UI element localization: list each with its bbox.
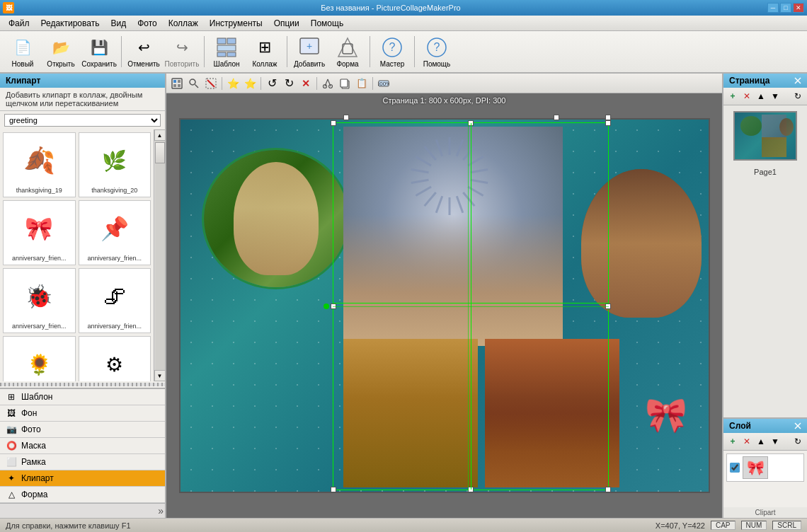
scroll-up-arrow[interactable]: ▲ (154, 129, 166, 141)
status-coords: X=407, Y=422 (656, 521, 705, 530)
svg-point-18 (190, 79, 195, 85)
pages-move-up-btn[interactable]: ▲ (755, 90, 767, 103)
collage-canvas[interactable]: 🎀 (179, 118, 710, 493)
zoom-in-canvas-button[interactable]: 100% (376, 76, 391, 91)
pages-delete-btn[interactable]: ✕ (740, 90, 753, 103)
pages-move-down-btn[interactable]: ▼ (769, 90, 782, 103)
nav-tab-shape[interactable]: △ Форма (0, 487, 165, 503)
layer-add-btn[interactable]: + (726, 435, 739, 448)
page-thumbnail[interactable] (733, 111, 797, 161)
help-button[interactable]: ? Помощь (418, 33, 455, 71)
menu-edit[interactable]: Редактировать (35, 17, 105, 30)
help-label: Помощь (423, 60, 451, 68)
toolbar-sep-1 (121, 36, 122, 67)
template-button[interactable]: Шаблон (208, 33, 245, 71)
secondary-toolbar: ⭐ ⭐ ↺ ↻ ✕ 📋 100% (166, 74, 722, 93)
photo-cell-bottom-left[interactable] (343, 339, 478, 487)
svg-line-46 (424, 146, 435, 160)
cut-button[interactable] (320, 76, 336, 91)
menu-help[interactable]: Помощь (305, 17, 349, 30)
photo-cell-bottom-center[interactable] (485, 339, 619, 487)
toolbar-sep-2 (204, 36, 205, 67)
paste-button[interactable]: 📋 (354, 76, 370, 91)
nav-tab-frame[interactable]: ⬜ Рамка (0, 454, 165, 470)
toolbar: 📄 Новый 📂 Открыть 💾 Сохранить ↩ Отменить… (0, 31, 807, 74)
clipart-grid-wrapper: 🍂 thanksgiving_19 🌿 thanksgiving_20 🎀 an… (0, 129, 165, 381)
minimize-button[interactable]: ─ (767, 3, 779, 13)
thumb-photo4 (762, 137, 786, 157)
copy-button[interactable] (337, 76, 353, 91)
nav-tab-clipart[interactable]: ✦ Клипарт (0, 470, 165, 487)
clipart-label-thanksgiving19: thanksgiving_19 (16, 187, 62, 194)
clipart-scrollbar[interactable]: ▲ ▼ (154, 129, 165, 381)
svg-line-19 (195, 84, 199, 88)
clipart-thumb-misc1: 🌻 (11, 340, 67, 381)
shape-button[interactable]: Форма (329, 33, 366, 71)
layer-visibility-check[interactable] (730, 463, 740, 473)
search-button[interactable] (186, 76, 202, 91)
canvas-area: Страница 1: 800 x 600px, DPI: 300 (166, 93, 722, 518)
maximize-button[interactable]: □ (780, 3, 791, 13)
background-nav-icon: 🖼 (6, 407, 17, 419)
rotate-right-button[interactable]: ↻ (281, 76, 297, 91)
star-btn-2[interactable]: ⭐ (242, 76, 258, 91)
clipart-item-misc2[interactable]: ⚙ anniversary_frien... (79, 336, 151, 381)
layer-move-down-btn[interactable]: ▼ (769, 435, 782, 448)
menu-options[interactable]: Опции (268, 17, 305, 30)
open-icon: 📂 (50, 36, 72, 59)
clipart-item-thanksgiving19[interactable]: 🍂 thanksgiving_19 (3, 132, 76, 197)
photo-cell-top-right[interactable] (581, 169, 702, 318)
clipart-item-anniversary4[interactable]: 🖇 anniversary_frien... (79, 268, 151, 333)
save-button[interactable]: 💾 Сохранить (81, 33, 118, 71)
new-button[interactable]: 📄 Новый (4, 33, 41, 71)
clipart-item-anniversary1[interactable]: 🎀 anniversary_frien... (3, 200, 76, 265)
redo-button[interactable]: ↪ Повторить (164, 33, 200, 71)
menu-tools[interactable]: Инструменты (204, 17, 268, 30)
clipart-label-thanksgiving20: thanksgiving_20 (91, 187, 137, 194)
close-button[interactable]: ✕ (793, 3, 804, 13)
sunburst (414, 141, 485, 212)
star-btn-1[interactable]: ⭐ (225, 76, 241, 91)
add-button[interactable]: + Добавить (291, 33, 328, 71)
svg-line-32 (463, 146, 474, 160)
open-button[interactable]: 📂 Открыть (42, 33, 79, 71)
master-button[interactable]: ? Мастер (374, 33, 411, 71)
delete-sec-button[interactable]: ✕ (298, 76, 314, 91)
clipart-item-thanksgiving20[interactable]: 🌿 thanksgiving_20 (79, 132, 151, 197)
pages-add-btn[interactable]: + (726, 90, 739, 103)
menu-collage[interactable]: Коллаж (163, 17, 204, 30)
clipart-item-anniversary2[interactable]: 📌 anniversary_frien... (79, 200, 151, 265)
sec-sep-2 (261, 77, 261, 90)
top-left-handle (343, 115, 349, 120)
nav-tab-mask[interactable]: ⭕ Маска (0, 438, 165, 454)
clipart-item-anniversary3[interactable]: 🐞 anniversary_frien... (3, 268, 76, 333)
collage-button[interactable]: ⊞ Коллаж (246, 33, 283, 71)
photo-cell-top-center[interactable] (343, 127, 563, 346)
layer-item-clipart[interactable]: 🎀 (726, 453, 804, 482)
photo-cell-top-left[interactable] (202, 148, 350, 289)
deselect-button[interactable] (203, 76, 219, 91)
scroll-thumb[interactable] (155, 142, 165, 163)
panel-expand-button[interactable]: » (158, 505, 164, 516)
nav-tab-background[interactable]: 🖼 Фон (0, 405, 165, 422)
undo-button[interactable]: ↩ Отменить (125, 33, 162, 71)
menu-view[interactable]: Вид (105, 17, 132, 30)
menu-photo[interactable]: Фото (132, 17, 163, 30)
layers-scroll-area[interactable]: 🎀 (723, 451, 807, 507)
layer-refresh-btn[interactable]: ↻ (791, 435, 804, 448)
rotate-left-button[interactable]: ↺ (264, 76, 280, 91)
pages-refresh-btn[interactable]: ↻ (791, 90, 804, 103)
layer-delete-btn[interactable]: ✕ (740, 435, 753, 448)
add-label: Добавить (294, 60, 325, 68)
svg-line-40 (436, 196, 442, 212)
clipart-item-misc1[interactable]: 🌻 anniversary_frien... (3, 336, 76, 381)
nav-tab-photo[interactable]: 📷 Фото (0, 422, 165, 438)
nav-tab-clipart-label: Клипарт (21, 473, 54, 483)
menu-file[interactable]: Файл (3, 17, 35, 30)
svg-text:?: ? (434, 41, 440, 53)
layer-move-up-btn[interactable]: ▲ (755, 435, 767, 448)
zoom-fit-button[interactable] (169, 76, 185, 91)
scroll-down-arrow[interactable]: ▼ (154, 370, 166, 381)
clipart-category-select[interactable]: greeting thanksgiving anniversary (4, 114, 161, 127)
nav-tab-template[interactable]: ⊞ Шаблон (0, 389, 165, 405)
